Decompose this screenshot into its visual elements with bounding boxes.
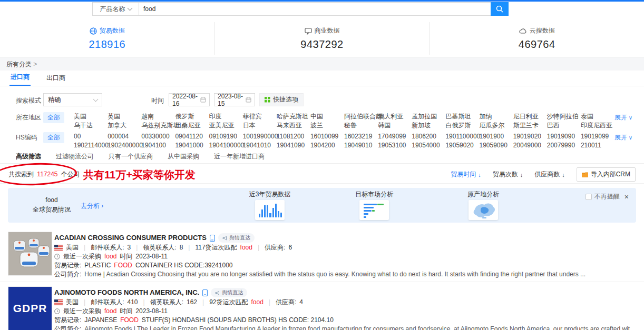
region-option[interactable]: 加拿大 [108, 121, 141, 130]
region-option[interactable]: 乌干达 [74, 121, 108, 130]
hs-code-option[interactable]: 1904200 [310, 141, 344, 150]
contact-card-icon[interactable] [202, 289, 208, 296]
region-option[interactable]: 坦桑尼亚 [175, 121, 209, 130]
stat-trade-data[interactable]: 贸易数据 218916 [0, 22, 214, 55]
company-name[interactable]: ACADIAN CROSSING CONSUMER PRODUCTS [54, 234, 207, 242]
region-option[interactable]: 马来西亚 [277, 121, 310, 130]
dismiss-checkbox[interactable] [586, 194, 592, 200]
date-to-input[interactable]: 2023-08-15 [214, 93, 255, 106]
company-card[interactable]: ACADIAN CROSSING CONSUMER PRODUCTS 舆情直达 … [0, 230, 644, 282]
search-button[interactable] [491, 2, 509, 16]
hs-code-option[interactable]: 19041000 [175, 141, 209, 150]
region-option[interactable]: 乌兹别克斯坦 [141, 121, 175, 130]
hs-code-option[interactable]: 1904100 [141, 141, 175, 150]
hs-code-option[interactable]: 000004 [108, 132, 141, 141]
hs-code-option[interactable]: 00330000 [141, 132, 175, 141]
tab-exporter[interactable]: 出口商 [45, 71, 66, 86]
region-option[interactable]: 哈萨克斯坦 [277, 112, 310, 121]
region-option[interactable]: 波兰 [310, 121, 344, 130]
advanced-filter-link[interactable]: 高级筛选 [16, 152, 41, 161]
stat-cloud-search-data[interactable]: 云搜数据 469764 [429, 22, 644, 55]
hs-code-option[interactable]: 19041010 [243, 141, 277, 150]
hs-code-option[interactable]: 09109190 [209, 132, 243, 141]
region-all-chip[interactable]: 全部 [43, 112, 64, 123]
region-option[interactable]: 巴西 [547, 121, 581, 130]
hs-code-option[interactable]: 19054000 [412, 141, 445, 150]
region-option[interactable]: 印度 [209, 112, 243, 121]
sentiment-badge[interactable]: 舆情直达 [218, 233, 255, 243]
hs-code-option[interactable]: 11081200 [277, 132, 310, 141]
region-option[interactable]: 孟加拉国 [412, 112, 445, 121]
region-option[interactable]: 英国 [108, 112, 141, 121]
hs-code-option[interactable]: 19049010 [344, 141, 378, 150]
hs-code-option[interactable]: 1806200 [412, 132, 445, 141]
hs-code-option[interactable]: 19019090 [547, 132, 581, 141]
sort-supplier-count[interactable]: 供应商数↓ [534, 170, 565, 179]
quick-filter-link[interactable]: 从中国采购 [168, 152, 199, 161]
promo-card-target-market[interactable]: 目标市场分析 [340, 190, 408, 220]
quick-filter-link[interactable]: 近一年新增进口商 [214, 152, 265, 161]
region-option[interactable]: 越南 [141, 112, 175, 121]
date-from-input[interactable]: 2022-08-16 [169, 93, 210, 106]
close-icon[interactable] [625, 193, 629, 201]
hs-code-option[interactable]: 17049099 [378, 132, 412, 141]
hs-code-option[interactable]: 19053100 [378, 141, 412, 150]
hs-code-option[interactable]: 16010099 [310, 132, 344, 141]
hs-all-chip[interactable]: 全部 [43, 132, 64, 143]
import-crm-button[interactable]: 导入内部CRM [577, 167, 636, 182]
region-option[interactable]: 沙特阿拉伯 [547, 112, 581, 121]
search-category-select[interactable]: 产品名称 [92, 2, 139, 16]
hs-code-option[interactable]: 09041120 [175, 132, 209, 141]
quick-options-button[interactable]: 快捷选项 [259, 93, 304, 106]
promo-card-origin[interactable]: 原产地分析 [449, 190, 518, 220]
quick-filter-link[interactable]: 过滤物流公司 [56, 152, 94, 161]
region-option[interactable]: 秘鲁 [344, 121, 378, 130]
promo-card-trade-trend[interactable]: 近3年贸易数据 [236, 190, 304, 220]
region-option[interactable]: 日本 [243, 121, 277, 130]
hs-code-option[interactable]: 19019020 [513, 132, 547, 141]
hs-code-option[interactable]: 20049000 [513, 141, 547, 150]
hs-code-option[interactable]: 1901100000 [445, 132, 479, 141]
region-option[interactable]: 印度尼西亚 [581, 121, 614, 130]
region-option[interactable]: 厄瓜多尔 [480, 121, 513, 130]
hs-code-option[interactable]: 19019099 [581, 132, 614, 141]
region-option[interactable]: 泰国 [581, 112, 614, 121]
company-card[interactable]: GDPR AJINOMOTO FOODS NORTH AMERICA, INC.… [0, 285, 644, 330]
region-option[interactable]: 菲律宾 [243, 112, 277, 121]
hs-code-option[interactable]: 19059090 [480, 141, 513, 150]
contact-card-icon[interactable] [210, 235, 215, 242]
region-option[interactable]: 亚美尼亚 [209, 121, 243, 130]
region-option[interactable]: 阿拉伯联合酋... [344, 112, 378, 121]
region-option[interactable]: 加纳 [480, 112, 513, 121]
region-option[interactable]: 尼日利亚 [513, 112, 547, 121]
hs-code-option[interactable]: 1902400000 [108, 141, 141, 150]
hs-code-option[interactable]: 1901900 [480, 132, 513, 141]
region-option[interactable]: 巴基斯坦 [445, 112, 479, 121]
region-option[interactable]: 中国 [310, 112, 344, 121]
analyze-link[interactable]: 去分析 [81, 202, 103, 211]
region-option[interactable]: 澳大利亚 [378, 112, 412, 121]
hs-code-option[interactable]: 19059020 [445, 141, 479, 150]
region-option[interactable]: 美国 [74, 112, 108, 121]
hs-code-option[interactable]: 1001990000 [243, 132, 277, 141]
region-option[interactable]: 新加坡 [412, 121, 445, 130]
sort-trade-count[interactable]: 贸易次数↓ [493, 170, 523, 179]
region-expand-link[interactable]: 展开 [614, 112, 644, 122]
tab-importer[interactable]: 进口商 [9, 69, 31, 86]
sentiment-badge[interactable]: 舆情直达 [211, 288, 247, 297]
region-option[interactable]: 俄罗斯 [175, 112, 209, 121]
hs-code-option[interactable]: 1904100000 [209, 141, 243, 150]
company-name[interactable]: AJINOMOTO FOODS NORTH AMERICA, INC. [54, 288, 199, 297]
region-option[interactable]: 斯里兰卡 [513, 121, 547, 130]
hs-code-option[interactable]: 1902114000 [74, 141, 108, 150]
breadcrumb[interactable]: 所有分类 [6, 60, 37, 69]
region-option[interactable]: 白俄罗斯 [445, 121, 479, 130]
hs-code-option[interactable]: 19041090 [277, 141, 310, 150]
quick-filter-link[interactable]: 只有一个供应商 [109, 152, 153, 161]
hs-code-option[interactable]: 210011 [581, 141, 614, 150]
search-mode-select[interactable]: 精确 [43, 93, 102, 106]
hs-code-option[interactable]: 16023219 [344, 132, 378, 141]
sort-trade-time[interactable]: 贸易时间↓ [451, 170, 481, 179]
hs-code-option[interactable]: 20079990 [547, 141, 581, 150]
stat-business-data[interactable]: 商业数据 9437292 [214, 22, 430, 55]
